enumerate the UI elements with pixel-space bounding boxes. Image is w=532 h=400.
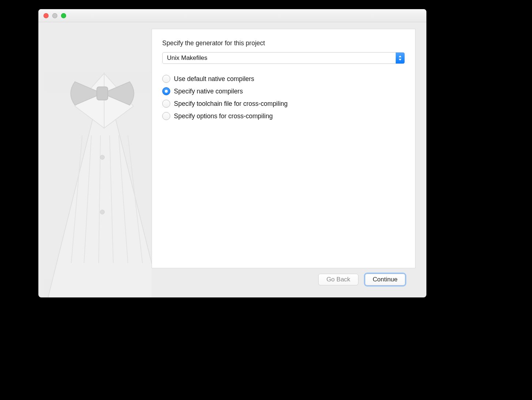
radio-toolchain-file[interactable]: Specify toolchain file for cross-compili… <box>162 97 405 110</box>
radio-icon <box>162 112 170 120</box>
radio-icon <box>162 87 170 95</box>
svg-point-6 <box>100 155 104 159</box>
radio-icon <box>162 100 170 108</box>
footer: Go Back Continue <box>152 268 415 291</box>
radio-specify-native[interactable]: Specify native compilers <box>162 85 405 97</box>
go-back-button[interactable]: Go Back <box>318 274 358 285</box>
generator-select-value: Unix Makefiles <box>162 52 405 64</box>
zoom-icon[interactable] <box>61 13 66 18</box>
radio-label: Specify native compilers <box>174 88 243 95</box>
generator-select[interactable]: Unix Makefiles <box>162 52 405 64</box>
close-icon[interactable] <box>43 13 49 18</box>
radio-label: Specify options for cross-compiling <box>174 112 273 120</box>
updown-icon <box>396 53 404 64</box>
radio-cross-options[interactable]: Specify options for cross-compiling <box>162 110 405 122</box>
content-pane: Specify the generator for this project U… <box>152 22 426 297</box>
continue-button[interactable]: Continue <box>365 274 405 285</box>
minimize-icon <box>52 13 57 18</box>
dialog-window: Specify the generator for this project U… <box>38 9 426 297</box>
svg-point-7 <box>100 210 104 214</box>
sidebar-illustration <box>38 22 152 297</box>
titlebar <box>38 9 426 22</box>
radio-icon <box>162 75 170 83</box>
heading: Specify the generator for this project <box>162 39 405 47</box>
inner-panel: Specify the generator for this project U… <box>152 29 415 268</box>
radio-default-native[interactable]: Use default native compilers <box>162 73 405 85</box>
radio-label: Use default native compilers <box>174 75 254 83</box>
svg-rect-8 <box>97 87 108 100</box>
dialog-body: Specify the generator for this project U… <box>38 22 426 297</box>
radio-dot-icon <box>165 90 168 93</box>
radio-label: Specify toolchain file for cross-compili… <box>174 100 288 108</box>
